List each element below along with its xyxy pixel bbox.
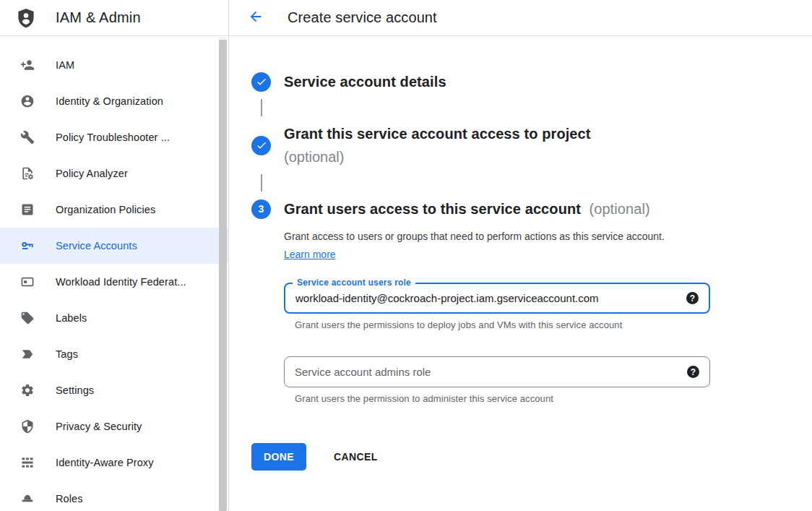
field-floating-label: Service account users role	[293, 278, 415, 288]
sidebar-item-label: Privacy & Security	[56, 421, 142, 432]
sidebar-item-iam[interactable]: IAM	[0, 47, 228, 83]
sidebar-item-identity-aware-proxy[interactable]: Identity-Aware Proxy	[0, 445, 228, 481]
step-connector	[261, 174, 262, 192]
sidebar-item-label: Policy Analyzer	[56, 168, 128, 179]
sidebar-item-policy-troubleshooter[interactable]: Policy Troubleshooter ...	[0, 119, 228, 155]
sidebar-item-organization-policies[interactable]: Organization Policies	[0, 192, 228, 228]
sidebar-item-workload-identity-federation[interactable]: Workload Identity Federat...	[0, 264, 228, 300]
main-pane: Create service account Service account d…	[229, 0, 812, 511]
sidebar-item-label: Settings	[56, 385, 94, 396]
app-window: IAM & Admin IAM Identity & Organization	[0, 0, 812, 511]
sidebar-item-label: Labels	[56, 312, 87, 324]
iam-admin-shield-icon	[15, 7, 37, 29]
service-account-admins-role-field[interactable]: ?	[284, 356, 710, 387]
policy-analyzer-icon	[20, 166, 35, 181]
step-grant-access-to-project[interactable]: Grant this service account access to pro…	[251, 122, 795, 168]
person-add-icon	[20, 58, 35, 72]
step-title: Grant users access to this service accou…	[284, 201, 581, 217]
label-icon	[20, 311, 35, 325]
sidebar-item-label: Tags	[56, 348, 78, 360]
sidebar-item-label: Organization Policies	[56, 204, 155, 215]
sidebar-item-roles[interactable]: Roles	[0, 481, 228, 511]
gear-icon	[20, 383, 35, 398]
step-grant-users-access[interactable]: 3 Grant users access to this service acc…	[251, 197, 795, 220]
step-number-badge: 3	[251, 199, 271, 219]
service-account-users-role-input[interactable]	[295, 292, 679, 304]
step-title: Service account details	[284, 70, 446, 93]
sidebar-nav: IAM Identity & Organization Policy Troub…	[0, 36, 228, 511]
sidebar-item-label: Policy Troubleshooter ...	[56, 132, 170, 143]
page-header: Create service account	[229, 0, 812, 36]
sidebar-item-policy-analyzer[interactable]: Policy Analyzer	[0, 155, 228, 192]
sidebar-item-label: Service Accounts	[56, 240, 137, 252]
roles-hat-icon	[20, 491, 35, 506]
account-circle-icon	[20, 94, 35, 108]
sidebar-item-label: Workload Identity Federat...	[56, 276, 186, 288]
help-icon[interactable]: ?	[686, 292, 699, 304]
proxy-icon	[20, 455, 35, 470]
step-connector	[261, 99, 262, 116]
create-service-account-form: Service account details Grant this servi…	[229, 36, 812, 471]
wrench-icon	[20, 130, 35, 145]
step-description: Grant access to users or groups that nee…	[284, 228, 686, 264]
step-complete-check-icon	[251, 72, 271, 92]
arrow-back-icon	[248, 9, 264, 27]
sidebar-item-label: Roles	[56, 493, 83, 504]
product-header: IAM & Admin	[0, 0, 228, 36]
sidebar-item-privacy-security[interactable]: Privacy & Security	[0, 408, 228, 445]
step-optional-label: (optional)	[284, 145, 591, 168]
step-title: Grant this service account access to pro…	[284, 122, 591, 145]
sidebar-item-settings[interactable]: Settings	[0, 372, 228, 408]
back-button[interactable]	[247, 9, 264, 27]
sidebar-item-service-accounts[interactable]: Service Accounts	[0, 228, 228, 264]
service-account-users-role-field[interactable]: Service account users role ?	[284, 283, 710, 314]
sidebar-item-label: Identity & Organization	[56, 95, 163, 107]
sidebar-item-label: Identity-Aware Proxy	[56, 457, 154, 468]
sidebar-item-identity-organization[interactable]: Identity & Organization	[0, 83, 228, 119]
field-helper-text: Grant users the permission to administer…	[295, 393, 795, 404]
cancel-button[interactable]: CANCEL	[328, 445, 384, 468]
tag-icon	[20, 347, 35, 361]
workload-identity-icon	[20, 275, 35, 289]
page-title: Create service account	[288, 9, 437, 26]
learn-more-link[interactable]: Learn more	[284, 249, 336, 260]
done-button[interactable]: DONE	[251, 443, 306, 471]
step-optional-label: (optional)	[585, 201, 650, 217]
form-actions: DONE CANCEL	[251, 443, 795, 471]
shield-icon	[20, 419, 35, 434]
sidebar-scrollbar-thumb[interactable]	[219, 40, 227, 511]
service-account-admins-role-input[interactable]	[295, 366, 680, 378]
step-service-account-details[interactable]: Service account details	[251, 70, 795, 93]
step-complete-check-icon	[251, 136, 271, 155]
step-3-body: Grant access to users or groups that nee…	[284, 228, 795, 404]
service-accounts-icon	[20, 239, 35, 253]
field-helper-text: Grant users the permissions to deploy jo…	[295, 319, 795, 330]
sidebar-pane: IAM & Admin IAM Identity & Organization	[0, 0, 229, 511]
sidebar-item-labels[interactable]: Labels	[0, 300, 228, 336]
sidebar-scrollbar[interactable]	[219, 37, 227, 511]
sidebar-item-label: IAM	[56, 59, 74, 71]
sidebar-item-tags[interactable]: Tags	[0, 336, 228, 372]
help-icon[interactable]: ?	[687, 366, 699, 378]
product-title: IAM & Admin	[56, 9, 141, 26]
organization-policies-icon	[20, 202, 35, 217]
